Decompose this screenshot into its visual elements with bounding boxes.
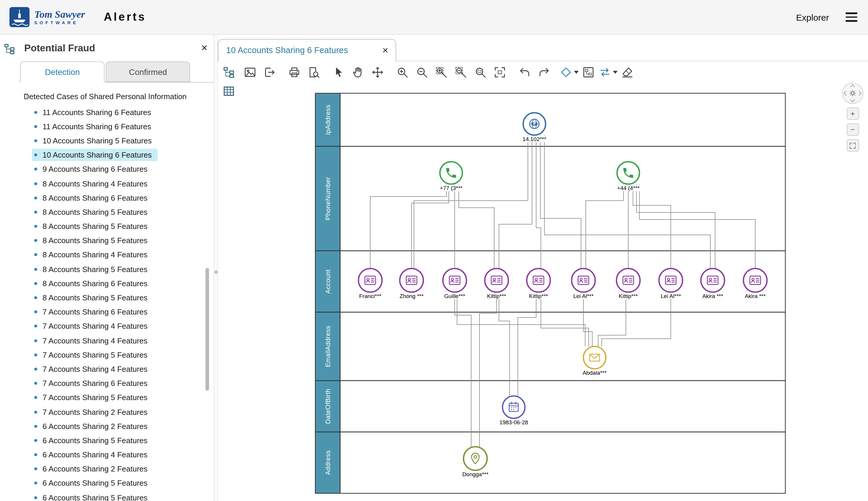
menu-icon[interactable] [844, 10, 859, 24]
tree-item[interactable]: 8 Accounts Sharing 5 Features [20, 219, 214, 233]
table-view-icon[interactable] [221, 84, 236, 98]
tree-item[interactable]: 8 Accounts Sharing 5 Features [20, 205, 214, 219]
panel-resize-handle[interactable] [214, 35, 218, 501]
dropdown-caret-icon[interactable] [613, 71, 617, 74]
panel-title: Potential Fraud [24, 42, 201, 53]
explorer-link[interactable]: Explorer [796, 12, 829, 22]
export-image-icon[interactable] [240, 64, 260, 80]
bullet-icon [34, 325, 37, 328]
tree-root-node[interactable]: Detected Cases of Shared Personal Inform… [20, 90, 214, 103]
panel-tab[interactable]: Confirmed [106, 61, 190, 82]
tree-item-label: 8 Accounts Sharing 5 Features [42, 222, 148, 231]
print-preview-icon[interactable] [304, 64, 324, 80]
pan-tool-icon[interactable] [348, 64, 368, 80]
tree-item[interactable]: 7 Accounts Sharing 4 Features [20, 333, 214, 348]
layout-views-icon[interactable] [579, 64, 598, 80]
tom-sawyer-logo-icon [9, 7, 30, 27]
view-switcher [218, 61, 239, 98]
panel-tab[interactable]: Detection [20, 61, 105, 83]
dropdown-caret-icon[interactable] [574, 71, 578, 74]
bullet-icon [34, 168, 37, 171]
tree-item-label: 7 Accounts Sharing 5 Features [42, 351, 148, 359]
tree-item[interactable]: 7 Accounts Sharing 6 Features [20, 305, 214, 319]
interactive-zoom-out-icon[interactable] [451, 64, 471, 80]
tree-item[interactable]: 9 Accounts Sharing 6 Features [20, 162, 214, 177]
tree-item-label: 8 Accounts Sharing 5 Features [42, 236, 148, 245]
tree-item[interactable]: 8 Accounts Sharing 5 Features [20, 233, 214, 247]
gear-icon[interactable] [847, 88, 858, 98]
tree-root-label: Detected Cases of Shared Personal Inform… [24, 92, 187, 100]
interactive-zoom-in-icon[interactable] [432, 64, 451, 80]
tree-item-label: 8 Accounts Sharing 5 Features [42, 208, 148, 216]
bullet-icon [34, 196, 37, 199]
tree-item[interactable]: 8 Accounts Sharing 6 Features [20, 191, 214, 205]
tree-item-label: 7 Accounts Sharing 6 Features [42, 307, 148, 316]
tree-item[interactable]: 7 Accounts Sharing 5 Features [20, 348, 214, 362]
potential-fraud-panel: Potential Fraud ✕ Detection Confirmed [20, 35, 214, 501]
shape-style-icon[interactable] [559, 64, 579, 80]
bullet-icon [34, 182, 37, 185]
tree-item[interactable]: 8 Accounts Sharing 5 Features [20, 262, 214, 276]
brand-name: Tom Sawyer [34, 9, 85, 20]
tree-item[interactable]: 6 Accounts Sharing 5 Features [20, 476, 214, 490]
bullet-icon [34, 296, 37, 299]
bullet-icon [34, 254, 37, 256]
bullet-icon [34, 382, 37, 385]
export-data-icon[interactable] [260, 64, 279, 80]
document-tab-close[interactable]: ✕ [382, 46, 388, 54]
print-icon[interactable] [285, 64, 304, 80]
navigation-pad[interactable] [842, 83, 863, 104]
tree-item-label: 7 Accounts Sharing 4 Features [42, 365, 148, 374]
tree-item[interactable]: 7 Accounts Sharing 4 Features [20, 362, 214, 376]
zoom-to-selection-icon[interactable] [471, 64, 490, 80]
tree-item-label: 7 Accounts Sharing 2 Features [42, 407, 148, 416]
panel-close-button[interactable]: ✕ [201, 44, 208, 52]
edge-routing-icon[interactable] [598, 64, 618, 80]
tree-item[interactable]: 10 Accounts Sharing 6 Features [20, 148, 214, 162]
bullet-icon [34, 411, 37, 413]
tree-item[interactable]: 8 Accounts Sharing 5 Features [20, 291, 214, 305]
selection-tool-icon[interactable] [329, 64, 348, 80]
tree-item[interactable]: 6 Accounts Sharing 2 Features [20, 419, 214, 433]
canvas-nav-controls: + − [841, 83, 864, 152]
zoom-in-button[interactable]: + [846, 107, 859, 120]
tree-item-label: 6 Accounts Sharing 4 Features [42, 450, 148, 459]
tree-item-label: 11 Accounts Sharing 6 Features [42, 122, 151, 131]
bullet-icon [34, 453, 37, 456]
bullet-icon [34, 425, 37, 427]
panel-tab-label: Confirmed [129, 67, 167, 76]
zoom-out-button[interactable]: − [846, 123, 859, 136]
tree-item[interactable]: 7 Accounts Sharing 6 Features [20, 376, 214, 390]
tree-item[interactable]: 7 Accounts Sharing 2 Features [20, 405, 214, 419]
fit-to-window-button[interactable] [846, 139, 859, 152]
tree-scrollbar-thumb[interactable] [206, 268, 209, 391]
undo-icon[interactable] [515, 64, 534, 80]
diagram-toolbar [239, 61, 637, 83]
tree-item[interactable]: 6 Accounts Sharing 5 Features [20, 434, 214, 448]
redo-icon[interactable] [534, 64, 554, 80]
zoom-out-icon[interactable] [412, 64, 432, 80]
tree-item[interactable]: 10 Accounts Sharing 5 Features [20, 134, 214, 148]
tree-item-label: 10 Accounts Sharing 5 Features [42, 136, 152, 145]
bullet-icon [34, 125, 37, 128]
tree-item[interactable]: 6 Accounts Sharing 5 Features [20, 490, 214, 501]
expand-icon [849, 142, 856, 149]
drawing-view-icon[interactable] [221, 65, 236, 79]
tree-item[interactable]: 11 Accounts Sharing 6 Features [20, 119, 214, 134]
tree-item-label: 7 Accounts Sharing 5 Features [42, 393, 148, 402]
fit-in-view-icon[interactable] [490, 64, 510, 80]
zoom-in-icon[interactable] [393, 64, 412, 80]
document-tab[interactable]: 10 Accounts Sharing 6 Features ✕ [218, 39, 396, 61]
clear-graph-icon[interactable] [618, 64, 637, 80]
tree-item[interactable]: 6 Accounts Sharing 4 Features [20, 448, 214, 462]
tree-item[interactable]: 8 Accounts Sharing 6 Features [20, 276, 214, 291]
tree-item-label: 6 Accounts Sharing 5 Features [42, 479, 148, 488]
tree-item[interactable]: 8 Accounts Sharing 4 Features [20, 177, 214, 191]
move-viewport-icon[interactable] [368, 64, 387, 80]
explorer-tree-icon[interactable] [3, 43, 16, 56]
tree-item[interactable]: 8 Accounts Sharing 4 Features [20, 248, 214, 262]
tree-item[interactable]: 7 Accounts Sharing 5 Features [20, 391, 214, 405]
tree-item[interactable]: 11 Accounts Sharing 6 Features [20, 105, 214, 119]
tree-item[interactable]: 6 Accounts Sharing 2 Features [20, 462, 214, 476]
tree-item[interactable]: 7 Accounts Sharing 4 Features [20, 319, 214, 333]
